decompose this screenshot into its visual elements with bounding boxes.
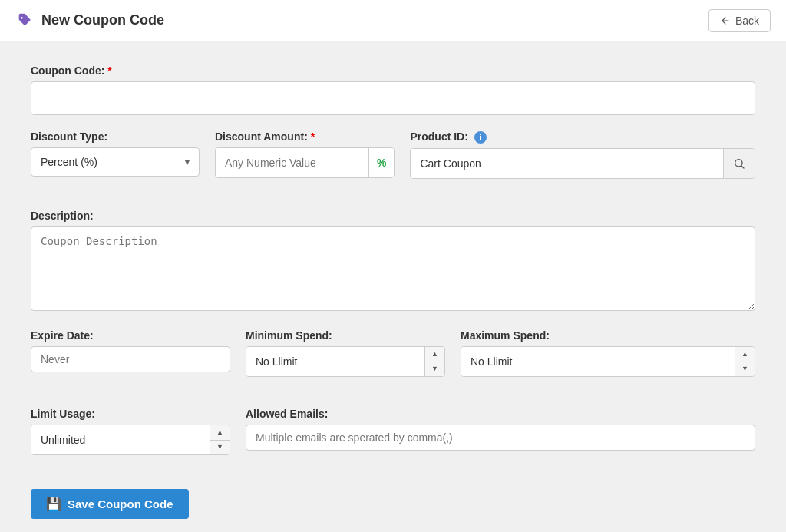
- min-spend-up-button[interactable]: ▲: [425, 347, 444, 362]
- max-spend-input[interactable]: [461, 347, 735, 376]
- header: New Coupon Code Back: [0, 0, 786, 41]
- discount-type-select[interactable]: Percent (%) Fixed Amount Free Shipping: [31, 147, 200, 177]
- discount-amount-label: Discount Amount: *: [215, 131, 395, 143]
- expire-date-input[interactable]: [31, 346, 230, 372]
- save-icon: 💾: [46, 497, 61, 511]
- info-icon[interactable]: i: [474, 131, 487, 144]
- back-button[interactable]: Back: [708, 9, 771, 32]
- back-arrow-icon: [720, 15, 731, 26]
- allowed-emails-input[interactable]: [246, 425, 755, 451]
- min-spend-steppers: ▲ ▼: [424, 347, 444, 376]
- discount-row: Discount Type: Percent (%) Fixed Amount …: [31, 131, 755, 194]
- product-id-input[interactable]: [411, 149, 723, 178]
- min-spend-wrapper: ▲ ▼: [246, 346, 445, 377]
- limit-usage-input[interactable]: [31, 425, 210, 454]
- discount-amount-input[interactable]: [216, 148, 368, 177]
- product-id-wrapper: [410, 148, 755, 179]
- max-spend-up-button[interactable]: ▲: [735, 347, 755, 362]
- coupon-code-group: Coupon Code: *: [31, 64, 755, 115]
- product-id-label: Product ID: i: [410, 131, 755, 144]
- page-title: New Coupon Code: [41, 12, 164, 28]
- max-spend-group: Maximum Spend: ▲ ▼: [461, 329, 755, 377]
- expire-date-group: Expire Date:: [31, 329, 230, 377]
- description-input[interactable]: [31, 226, 755, 311]
- description-group: Description:: [31, 210, 755, 314]
- limit-usage-steppers: ▲ ▼: [210, 425, 230, 454]
- discount-amount-group: Discount Amount: * %: [215, 131, 395, 179]
- coupon-code-input[interactable]: [31, 81, 755, 115]
- app-container: New Coupon Code Back Coupon Code: * Di: [0, 0, 786, 532]
- limit-usage-down-button[interactable]: ▼: [210, 441, 230, 455]
- limit-usage-label: Limit Usage:: [31, 408, 230, 420]
- product-id-group: Product ID: i: [410, 131, 755, 179]
- allowed-emails-label: Allowed Emails:: [246, 408, 755, 420]
- save-coupon-button[interactable]: 💾 Save Coupon Code: [31, 489, 189, 519]
- usage-row: Limit Usage: ▲ ▼ Allowed Emails:: [31, 408, 755, 471]
- limit-usage-group: Limit Usage: ▲ ▼: [31, 408, 230, 455]
- discount-type-group: Discount Type: Percent (%) Fixed Amount …: [31, 131, 200, 179]
- search-icon: [733, 157, 745, 170]
- discount-amount-wrapper: %: [215, 147, 395, 178]
- limit-usage-wrapper: ▲ ▼: [31, 425, 230, 455]
- coupon-code-label: Coupon Code: *: [31, 64, 755, 77]
- product-search-button[interactable]: [723, 149, 755, 178]
- header-left: New Coupon Code: [15, 12, 164, 30]
- description-label: Description:: [31, 210, 755, 222]
- max-spend-down-button[interactable]: ▼: [735, 362, 755, 377]
- max-spend-steppers: ▲ ▼: [735, 347, 755, 376]
- max-spend-wrapper: ▲ ▼: [461, 346, 755, 377]
- form-section: Coupon Code: * Discount Type: Percent (%…: [31, 64, 755, 519]
- min-spend-group: Minimum Spend: ▲ ▼: [246, 329, 445, 377]
- min-spend-input[interactable]: [246, 347, 424, 376]
- percent-badge: %: [368, 148, 394, 177]
- tag-icon: [15, 12, 34, 30]
- discount-type-wrapper: Percent (%) Fixed Amount Free Shipping ▼: [31, 147, 200, 177]
- limit-usage-up-button[interactable]: ▲: [210, 425, 230, 441]
- discount-type-label: Discount Type:: [31, 131, 200, 143]
- max-spend-label: Maximum Spend:: [461, 329, 755, 342]
- expire-date-label: Expire Date:: [31, 329, 230, 342]
- dates-row: Expire Date: Minimum Spend: ▲ ▼ Maximum …: [31, 329, 755, 392]
- allowed-emails-group: Allowed Emails:: [246, 408, 755, 455]
- min-spend-label: Minimum Spend:: [246, 329, 445, 342]
- svg-point-0: [21, 16, 23, 18]
- min-spend-down-button[interactable]: ▼: [425, 362, 444, 377]
- form-content: Coupon Code: * Discount Type: Percent (%…: [0, 41, 786, 532]
